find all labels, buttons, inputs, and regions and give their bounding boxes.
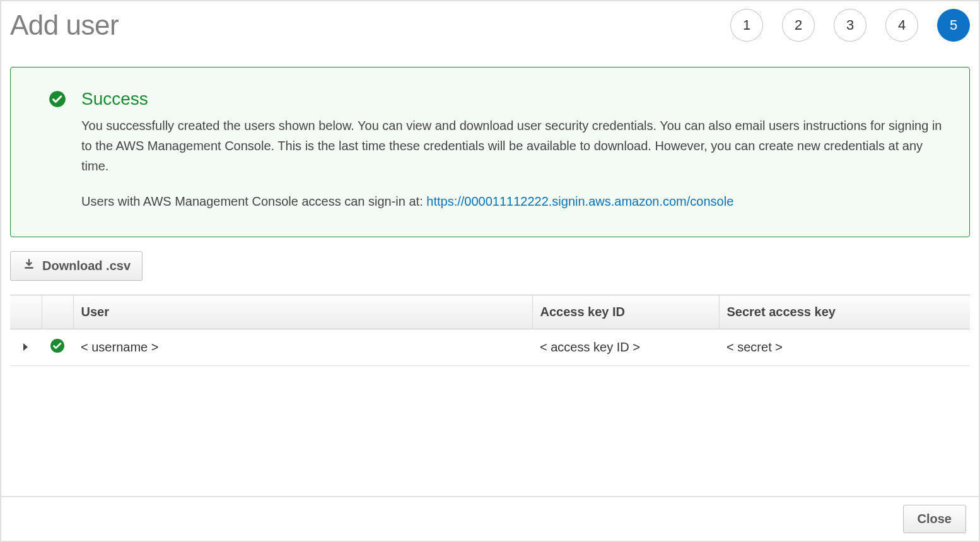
success-check-icon	[49, 90, 66, 211]
signin-url-link[interactable]: https://000011112222.signin.aws.amazon.c…	[426, 194, 733, 208]
row-status-cell	[42, 329, 73, 366]
page-title: Add user	[10, 9, 119, 41]
success-alert: Success You successfully created the use…	[10, 67, 970, 237]
users-table-head: User Access key ID Secret access key	[10, 295, 970, 329]
success-signin-line: Users with AWS Management Console access…	[81, 191, 944, 211]
download-csv-label: Download .csv	[42, 259, 131, 273]
step-5[interactable]: 5	[937, 9, 970, 42]
step-4[interactable]: 4	[885, 9, 918, 42]
close-button[interactable]: Close	[903, 505, 966, 533]
col-header-access-key: Access key ID	[532, 295, 719, 329]
row-expand-cell[interactable]	[10, 329, 42, 366]
col-header-user: User	[73, 295, 532, 329]
col-header-secret: Secret access key	[719, 295, 970, 329]
download-csv-button[interactable]: Download .csv	[10, 251, 143, 281]
caret-right-icon	[22, 340, 30, 354]
cell-access-key: < access key ID >	[532, 329, 719, 366]
col-header-expand	[10, 295, 42, 329]
users-table: User Access key ID Secret access key	[10, 295, 970, 366]
header-row: Add user 1 2 3 4 5	[1, 1, 979, 42]
cell-user: < username >	[73, 329, 532, 366]
table-row: < username > < access key ID > < secret …	[10, 329, 970, 366]
wizard-steps: 1 2 3 4 5	[730, 9, 970, 42]
col-header-status	[42, 295, 73, 329]
step-3[interactable]: 3	[834, 9, 866, 42]
success-message: You successfully created the users shown…	[81, 115, 944, 176]
row-success-check-icon	[50, 342, 65, 356]
cell-secret: < secret >	[719, 329, 970, 366]
footer-bar: Close	[1, 496, 979, 541]
success-title: Success	[81, 89, 944, 109]
page-container: Add user 1 2 3 4 5 Success You successfu…	[0, 0, 980, 542]
success-text: You successfully created the users shown…	[81, 115, 944, 211]
content-area: Success You successfully created the use…	[1, 67, 979, 366]
step-1[interactable]: 1	[730, 9, 763, 42]
svg-rect-1	[25, 267, 33, 269]
download-icon	[22, 258, 36, 274]
signin-prefix: Users with AWS Management Console access…	[81, 194, 426, 208]
success-body: Success You successfully created the use…	[81, 89, 944, 211]
step-2[interactable]: 2	[782, 9, 815, 42]
